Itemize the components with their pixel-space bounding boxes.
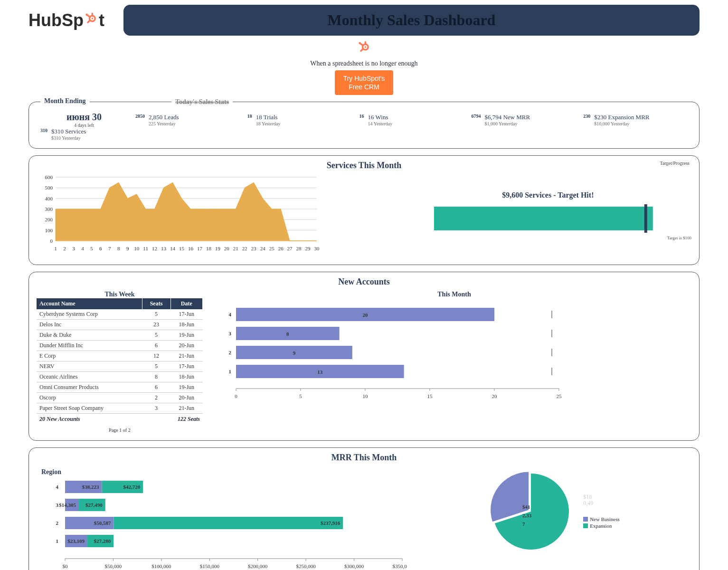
svg-text:30: 30 bbox=[314, 246, 320, 251]
table-row: E Corp1221-Jun bbox=[37, 351, 203, 361]
svg-text:20: 20 bbox=[492, 393, 498, 399]
stat-label: 2,850 Leads bbox=[149, 114, 179, 121]
stat-sub: $10,000 Yesterday bbox=[594, 121, 649, 126]
stat-label: 16 Wins bbox=[368, 114, 393, 121]
accounts-pager: Page 1 of 2 bbox=[37, 428, 203, 433]
stat-label: 18 Trials bbox=[256, 114, 281, 121]
this-week-label: This Week bbox=[37, 291, 203, 298]
stat-leads: 2850 2,850 Leads225 Yesterday bbox=[132, 114, 244, 126]
svg-rect-57 bbox=[644, 204, 647, 233]
legend-new: New Business bbox=[590, 516, 620, 522]
summary-accounts: 20 New Accounts bbox=[39, 416, 80, 423]
svg-point-7 bbox=[364, 46, 366, 48]
svg-text:20: 20 bbox=[363, 312, 369, 318]
svg-text:$237,916: $237,916 bbox=[321, 520, 340, 526]
table-row: Omni Consumer Products619-Jun bbox=[37, 382, 203, 393]
svg-text:4: 4 bbox=[81, 246, 84, 251]
region-label: Region bbox=[41, 468, 407, 476]
accounts-bar-chart: 42038291130510152025 bbox=[217, 298, 568, 403]
svg-text:15: 15 bbox=[427, 393, 433, 399]
svg-text:20: 20 bbox=[224, 246, 230, 251]
svg-text:29: 29 bbox=[305, 246, 311, 251]
stat-trials: 18 18 Trials18 Yesterday bbox=[244, 114, 356, 126]
cta-line1: Try HubSpot's bbox=[343, 75, 385, 82]
table-row: Cyberdyne Systems Corp517-Jun bbox=[37, 309, 203, 320]
stat-new-mrr: 6794 $6,794 New MRR$1,000 Yesterday bbox=[467, 114, 579, 126]
svg-text:$350,000: $350,000 bbox=[392, 563, 407, 569]
services-target-block: $9,600 Services - Target Hit! Target is … bbox=[405, 174, 691, 257]
target-progress-label: Target/Progress bbox=[660, 161, 690, 166]
new-accounts-panel: New Accounts This Week Account Name Seat… bbox=[28, 272, 700, 441]
stat-sub: 18 Yesterday bbox=[256, 121, 281, 126]
header: HubSp t Monthly Sales Dashboard bbox=[28, 5, 700, 36]
svg-text:26: 26 bbox=[278, 246, 284, 251]
stat-label: $310 Services bbox=[51, 128, 86, 135]
svg-text:5: 5 bbox=[299, 393, 302, 399]
stat-num: 230 bbox=[583, 114, 590, 119]
summary-seats: 122 Seats bbox=[178, 416, 200, 423]
svg-text:9: 9 bbox=[293, 350, 296, 356]
svg-text:19: 19 bbox=[215, 246, 221, 251]
svg-text:$50,000: $50,000 bbox=[105, 563, 122, 569]
svg-text:$23,109: $23,109 bbox=[67, 538, 85, 544]
svg-text:16: 16 bbox=[188, 246, 194, 251]
svg-text:3: 3 bbox=[229, 331, 232, 336]
try-crm-button[interactable]: Try HubSpot's Free CRM bbox=[335, 70, 394, 95]
svg-text:25: 25 bbox=[557, 393, 562, 399]
mrr-bar-chart: $38,223$42,7204$14,305$27,4903$50,587$23… bbox=[37, 477, 407, 570]
svg-text:28: 28 bbox=[296, 246, 302, 251]
svg-text:7: 7 bbox=[108, 246, 111, 251]
stat-num: 16 bbox=[359, 114, 364, 119]
month-ending-label: Month Ending bbox=[40, 97, 90, 105]
table-row: Delos Inc2318-Jun bbox=[37, 320, 203, 330]
svg-text:4: 4 bbox=[56, 484, 59, 490]
svg-text:$300,000: $300,000 bbox=[344, 563, 364, 569]
svg-text:15: 15 bbox=[179, 246, 185, 251]
svg-text:14: 14 bbox=[170, 246, 176, 251]
svg-text:10: 10 bbox=[134, 246, 140, 251]
legend-exp: Expansion bbox=[590, 523, 612, 529]
col-date: Date bbox=[170, 298, 203, 309]
svg-text:8: 8 bbox=[117, 246, 120, 251]
svg-text:11: 11 bbox=[143, 246, 148, 251]
svg-rect-56 bbox=[434, 207, 653, 230]
svg-point-1 bbox=[92, 18, 94, 19]
svg-text:300: 300 bbox=[45, 206, 53, 212]
svg-text:$27,280: $27,280 bbox=[94, 538, 111, 544]
svg-text:18: 18 bbox=[206, 246, 212, 251]
svg-text:$41: $41 bbox=[522, 504, 530, 510]
table-row: Oscorp220-Jun bbox=[37, 393, 203, 403]
svg-text:2,33: 2,33 bbox=[522, 513, 532, 518]
svg-text:9: 9 bbox=[126, 246, 129, 251]
svg-text:$42,720: $42,720 bbox=[123, 484, 140, 490]
stat-services: 310 $310 Services$310 Yesterday bbox=[37, 128, 132, 141]
logo-right-text: t bbox=[99, 10, 104, 30]
svg-text:2: 2 bbox=[63, 246, 66, 251]
svg-text:7: 7 bbox=[522, 521, 525, 527]
svg-text:600: 600 bbox=[45, 174, 53, 180]
sprocket-icon bbox=[85, 10, 98, 29]
svg-point-5 bbox=[85, 13, 88, 16]
svg-text:$27,490: $27,490 bbox=[85, 502, 103, 508]
svg-text:0: 0 bbox=[235, 393, 237, 399]
mrr-panel: MRR This Month Region $38,223$42,7204$14… bbox=[28, 447, 700, 570]
svg-text:2: 2 bbox=[229, 350, 232, 355]
sub-header: When a spreadsheet is no longer enough T… bbox=[28, 40, 700, 95]
svg-text:$150,000: $150,000 bbox=[200, 563, 220, 569]
pie-outer-label: $180,49 bbox=[583, 494, 620, 506]
svg-text:1: 1 bbox=[229, 369, 232, 374]
stat-sub: 225 Yesterday bbox=[149, 121, 179, 126]
table-row: Oceanic Airlines818-Jun bbox=[37, 372, 203, 382]
hubspot-logo: HubSp t bbox=[28, 10, 104, 30]
stat-label: $230 Expansion MRR bbox=[594, 114, 649, 121]
svg-text:$50,587: $50,587 bbox=[94, 520, 111, 526]
svg-line-4 bbox=[88, 20, 90, 22]
mrr-pie-chart: $412,337 bbox=[488, 466, 578, 557]
new-accounts-title: New Accounts bbox=[37, 277, 691, 287]
stat-num: 2850 bbox=[135, 114, 145, 119]
svg-text:$200,000: $200,000 bbox=[248, 563, 268, 569]
svg-text:4: 4 bbox=[229, 312, 232, 317]
stat-sub: $310 Yesterday bbox=[51, 135, 86, 141]
month-ending-date: июня 30 bbox=[37, 112, 132, 123]
tagline: When a spreadsheet is no longer enough bbox=[310, 60, 417, 67]
